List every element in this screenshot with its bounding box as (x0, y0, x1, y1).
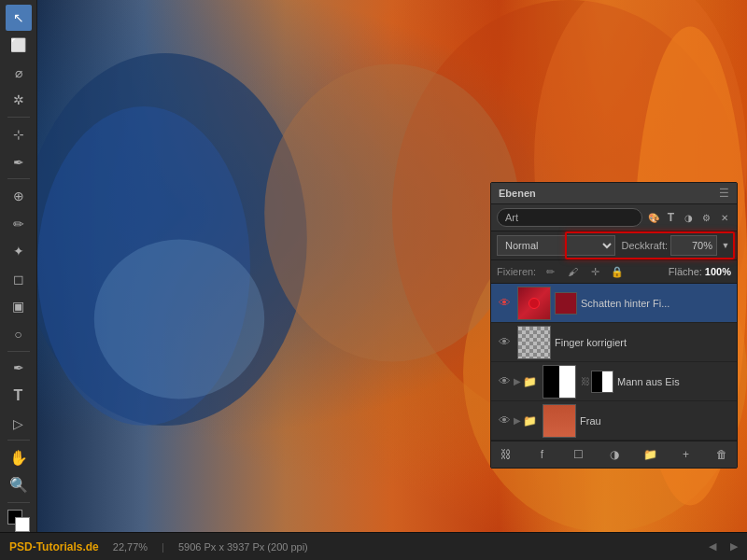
layer-style-btn[interactable]: f (533, 445, 552, 464)
new-layer-btn[interactable]: + (677, 445, 696, 464)
layer-group-icon-frau: 📁 (523, 414, 537, 427)
tool-type[interactable]: T (6, 383, 32, 409)
thumb-frau-content (543, 405, 575, 437)
tool-heal[interactable]: ⊕ (6, 183, 32, 209)
delete-layer-btn[interactable]: 🗑 (712, 445, 731, 464)
tool-pen[interactable]: ✒ (6, 356, 32, 382)
status-separator-1: | (162, 541, 164, 553)
svg-point-5 (264, 63, 520, 361)
tool-clone-stamp[interactable]: ✦ (6, 238, 32, 264)
opacity-dropdown-btn[interactable]: ▼ (720, 236, 731, 255)
svg-point-6 (94, 240, 264, 399)
layer-expand-mann[interactable]: ▶ (514, 376, 521, 386)
layer-name-frau: Frau (580, 415, 733, 427)
layer-name-finger: Finger korrigiert (555, 337, 733, 348)
thumb-dot (529, 298, 540, 309)
fix-all-btn[interactable]: 🔒 (609, 263, 626, 280)
panel-title: Ebenen (499, 188, 536, 199)
thumb-checker-content (518, 327, 550, 358)
fill-value: 100% (705, 266, 731, 277)
layer-row-mann[interactable]: 👁 ▶ 📁 ⛓ Mann aus Eis (491, 362, 737, 401)
tool-eyedropper[interactable]: ✒ (6, 149, 32, 175)
tool-move[interactable]: ↖ (6, 5, 32, 31)
mask-bw-content (592, 371, 613, 392)
tool-crop[interactable]: ⊹ (6, 121, 32, 147)
layer-thumb-finger (517, 326, 551, 359)
tool-brush[interactable]: ✏ (6, 211, 32, 237)
tool-separator-4 (7, 440, 30, 441)
tool-zoom[interactable]: 🔍 (6, 472, 32, 498)
layer-eye-frau[interactable]: 👁 (495, 412, 514, 430)
fill-section: Fläche: 100% (669, 266, 731, 277)
panel-header: Ebenen ☰ (491, 183, 737, 204)
layer-eye-finger[interactable]: 👁 (495, 333, 514, 352)
adjustment-layer-btn[interactable]: ◑ (605, 445, 624, 464)
fix-transparent-btn[interactable]: ✏ (542, 263, 558, 280)
fix-image-btn[interactable]: 🖌 (564, 263, 581, 280)
filter-text-btn[interactable]: T (664, 208, 678, 227)
tool-lasso[interactable]: ⌀ (6, 60, 32, 86)
tool-separator-1 (7, 117, 30, 118)
toolbar-left: ↖ ⬜ ⌀ ✲ ⊹ ✒ ⊕ ✏ ✦ ◻ ▣ ○ ✒ T ▷ ✋ 🔍 (0, 0, 37, 532)
panel-toolbar: 🎨 T ◑ ⚙ ✕ (491, 204, 737, 231)
layer-name-schatten: Schatten hinter Fi... (581, 298, 733, 309)
filter-kind-btn[interactable]: 🎨 (646, 208, 660, 227)
layer-thumb-schatten (517, 287, 551, 320)
next-state-btn[interactable]: ▶ (730, 540, 738, 553)
logo-suffix: .de (82, 540, 98, 553)
filter-smart-btn[interactable]: ⚙ (699, 208, 713, 227)
layers-list: 👁 Schatten hinter Fi... 👁 Finger korrigi… (491, 284, 737, 441)
app-logo: PSD-Tutorials.de (9, 540, 99, 553)
status-bar: PSD-Tutorials.de 22,77% | 5906 Px x 3937… (0, 532, 747, 560)
add-mask-btn[interactable]: ☐ (569, 445, 587, 464)
tool-separator-3 (7, 351, 30, 352)
filter-reset-btn[interactable]: ✕ (717, 208, 731, 227)
layer-mask-schatten (555, 292, 577, 315)
mask-red-content (556, 293, 576, 314)
group-layers-btn[interactable]: 📁 (641, 445, 659, 464)
panel-menu-icon[interactable]: ☰ (719, 187, 729, 200)
blend-mode-select[interactable]: Normal (497, 235, 615, 256)
tool-select-rect[interactable]: ⬜ (6, 33, 32, 59)
fill-label: Fläche: (669, 266, 702, 277)
document-size: 5906 Px x 3937 Px (200 ppi) (178, 541, 308, 553)
thumb-bw-content (543, 366, 575, 398)
tool-hand[interactable]: ✋ (6, 444, 32, 470)
background-color[interactable] (15, 517, 30, 532)
tool-magic-wand[interactable]: ✲ (6, 88, 32, 114)
opacity-label: Deckkraft: (621, 240, 668, 251)
layer-thumb-frau (543, 404, 576, 438)
opacity-input[interactable] (670, 235, 717, 256)
tool-gradient[interactable]: ▣ (6, 294, 32, 320)
tool-separator-2 (7, 178, 30, 179)
layer-name-mann: Mann aus Eis (617, 376, 733, 387)
tool-separator-5 (7, 502, 30, 503)
fix-position-btn[interactable]: ✛ (586, 263, 603, 280)
opacity-section: Deckkraft: ▼ (621, 235, 731, 256)
layer-link-mann: ⛓ (580, 376, 591, 387)
layer-group-icon-mann: 📁 (523, 375, 537, 388)
zoom-level: 22,77% (113, 541, 148, 553)
link-layers-btn[interactable]: ⛓ (497, 445, 515, 464)
logo-psd: PSD-Tutorials (9, 540, 82, 553)
tool-shape[interactable]: ▷ (6, 411, 32, 437)
panel-bottom-toolbar: ⛓ f ☐ ◑ 📁 + 🗑 (491, 441, 737, 468)
prev-state-btn[interactable]: ◀ (709, 540, 716, 553)
layer-search-input[interactable] (497, 208, 642, 227)
tool-dodge[interactable]: ○ (6, 321, 32, 347)
color-swatches[interactable] (7, 510, 30, 532)
tool-eraser[interactable]: ◻ (6, 266, 32, 292)
layers-panel: Ebenen ☰ 🎨 T ◑ ⚙ ✕ Normal Deckkraft: ▼ F… (490, 182, 738, 469)
layer-eye-schatten[interactable]: 👁 (495, 294, 514, 313)
layer-row-schatten[interactable]: 👁 Schatten hinter Fi... (491, 284, 737, 323)
layer-row-finger[interactable]: 👁 Finger korrigiert (491, 323, 737, 362)
blend-mode-row: Normal Deckkraft: ▼ (491, 231, 737, 260)
layer-row-frau[interactable]: 👁 ▶ 📁 Frau (491, 401, 737, 441)
layer-thumb-mann (543, 365, 576, 399)
fix-row: Fixieren: ✏ 🖌 ✛ 🔒 Fläche: 100% (491, 260, 737, 284)
layer-eye-mann[interactable]: 👁 (495, 372, 514, 391)
layer-mask-mann (591, 371, 613, 393)
layer-expand-frau[interactable]: ▶ (514, 415, 521, 426)
fix-label: Fixieren: (497, 266, 536, 277)
filter-adjustment-btn[interactable]: ◑ (682, 208, 696, 227)
